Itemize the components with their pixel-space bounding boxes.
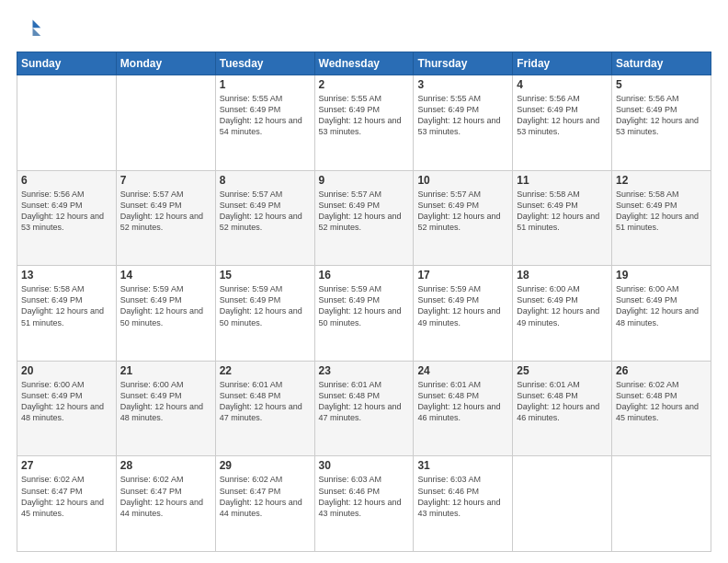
day-number: 27 (21, 459, 112, 472)
cell-info: Sunrise: 5:56 AM Sunset: 6:49 PM Dayligh… (21, 189, 112, 234)
cell-info: Sunrise: 5:56 AM Sunset: 6:49 PM Dayligh… (616, 93, 707, 138)
calendar-cell: 26Sunrise: 6:02 AM Sunset: 6:48 PM Dayli… (612, 361, 711, 456)
calendar-cell: 2Sunrise: 5:55 AM Sunset: 6:49 PM Daylig… (314, 75, 414, 171)
calendar-cell: 11Sunrise: 5:58 AM Sunset: 6:49 PM Dayli… (513, 170, 612, 266)
weekday-header: Friday (513, 52, 612, 75)
weekday-header: Monday (116, 52, 215, 75)
calendar-week-row: 20Sunrise: 6:00 AM Sunset: 6:49 PM Dayli… (17, 361, 711, 456)
day-number: 8 (220, 174, 311, 187)
calendar-week-row: 6Sunrise: 5:56 AM Sunset: 6:49 PM Daylig… (17, 170, 711, 266)
day-number: 10 (417, 174, 508, 187)
calendar-header-row: SundayMondayTuesdayWednesdayThursdayFrid… (17, 52, 711, 75)
calendar-cell: 13Sunrise: 5:58 AM Sunset: 6:49 PM Dayli… (17, 266, 117, 362)
day-number: 24 (417, 364, 508, 377)
cell-info: Sunrise: 5:58 AM Sunset: 6:49 PM Dayligh… (616, 189, 707, 234)
cell-info: Sunrise: 6:00 AM Sunset: 6:49 PM Dayligh… (21, 379, 112, 424)
cell-info: Sunrise: 6:00 AM Sunset: 6:49 PM Dayligh… (120, 379, 211, 424)
calendar-cell: 9Sunrise: 5:57 AM Sunset: 6:49 PM Daylig… (314, 170, 414, 266)
calendar-cell: 8Sunrise: 5:57 AM Sunset: 6:49 PM Daylig… (215, 170, 314, 266)
calendar-cell (612, 456, 711, 552)
calendar-cell: 20Sunrise: 6:00 AM Sunset: 6:49 PM Dayli… (17, 361, 117, 456)
logo (17, 17, 46, 42)
cell-info: Sunrise: 6:02 AM Sunset: 6:47 PM Dayligh… (120, 474, 211, 519)
calendar-cell: 3Sunrise: 5:55 AM Sunset: 6:49 PM Daylig… (414, 75, 513, 171)
day-number: 7 (120, 174, 211, 187)
svg-marker-0 (33, 20, 41, 29)
calendar-cell: 6Sunrise: 5:56 AM Sunset: 6:49 PM Daylig… (17, 170, 117, 266)
calendar-cell: 28Sunrise: 6:02 AM Sunset: 6:47 PM Dayli… (116, 456, 215, 552)
day-number: 2 (319, 78, 410, 91)
cell-info: Sunrise: 6:01 AM Sunset: 6:48 PM Dayligh… (319, 379, 410, 424)
day-number: 26 (616, 364, 707, 377)
calendar-cell: 19Sunrise: 6:00 AM Sunset: 6:49 PM Dayli… (612, 266, 711, 362)
day-number: 23 (319, 364, 410, 377)
day-number: 22 (220, 364, 311, 377)
cell-info: Sunrise: 5:58 AM Sunset: 6:49 PM Dayligh… (21, 283, 112, 328)
weekday-header: Thursday (414, 52, 513, 75)
calendar-cell: 27Sunrise: 6:02 AM Sunset: 6:47 PM Dayli… (17, 456, 117, 552)
cell-info: Sunrise: 6:02 AM Sunset: 6:47 PM Dayligh… (21, 474, 112, 519)
cell-info: Sunrise: 5:57 AM Sunset: 6:49 PM Dayligh… (220, 189, 311, 234)
day-number: 4 (517, 78, 608, 91)
cell-info: Sunrise: 5:59 AM Sunset: 6:49 PM Dayligh… (319, 283, 410, 328)
day-number: 1 (220, 78, 311, 91)
cell-info: Sunrise: 6:00 AM Sunset: 6:49 PM Dayligh… (517, 283, 608, 328)
cell-info: Sunrise: 5:58 AM Sunset: 6:49 PM Dayligh… (517, 189, 608, 234)
cell-info: Sunrise: 5:57 AM Sunset: 6:49 PM Dayligh… (417, 189, 508, 234)
calendar-cell: 24Sunrise: 6:01 AM Sunset: 6:48 PM Dayli… (414, 361, 513, 456)
header (17, 17, 711, 42)
cell-info: Sunrise: 6:02 AM Sunset: 6:47 PM Dayligh… (220, 474, 311, 519)
calendar-table: SundayMondayTuesdayWednesdayThursdayFrid… (17, 52, 711, 552)
day-number: 20 (21, 364, 112, 377)
calendar-week-row: 13Sunrise: 5:58 AM Sunset: 6:49 PM Dayli… (17, 266, 711, 362)
calendar-cell (17, 75, 117, 171)
calendar-cell: 31Sunrise: 6:03 AM Sunset: 6:46 PM Dayli… (414, 456, 513, 552)
day-number: 17 (417, 269, 508, 282)
cell-info: Sunrise: 6:01 AM Sunset: 6:48 PM Dayligh… (220, 379, 311, 424)
day-number: 5 (616, 78, 707, 91)
day-number: 9 (319, 174, 410, 187)
calendar-cell: 25Sunrise: 6:01 AM Sunset: 6:48 PM Dayli… (513, 361, 612, 456)
calendar-week-row: 27Sunrise: 6:02 AM Sunset: 6:47 PM Dayli… (17, 456, 711, 552)
weekday-header: Tuesday (215, 52, 314, 75)
cell-info: Sunrise: 6:01 AM Sunset: 6:48 PM Dayligh… (417, 379, 508, 424)
page: SundayMondayTuesdayWednesdayThursdayFrid… (0, 0, 728, 563)
cell-info: Sunrise: 5:57 AM Sunset: 6:49 PM Dayligh… (120, 189, 211, 234)
day-number: 18 (517, 269, 608, 282)
day-number: 12 (616, 174, 707, 187)
svg-marker-1 (33, 28, 41, 36)
calendar-cell: 17Sunrise: 5:59 AM Sunset: 6:49 PM Dayli… (414, 266, 513, 362)
logo-icon (17, 17, 42, 42)
day-number: 13 (21, 269, 112, 282)
cell-info: Sunrise: 5:59 AM Sunset: 6:49 PM Dayligh… (120, 283, 211, 328)
calendar-cell: 12Sunrise: 5:58 AM Sunset: 6:49 PM Dayli… (612, 170, 711, 266)
calendar-cell: 1Sunrise: 5:55 AM Sunset: 6:49 PM Daylig… (215, 75, 314, 171)
cell-info: Sunrise: 5:56 AM Sunset: 6:49 PM Dayligh… (517, 93, 608, 138)
weekday-header: Wednesday (314, 52, 414, 75)
cell-info: Sunrise: 6:02 AM Sunset: 6:48 PM Dayligh… (616, 379, 707, 424)
calendar-week-row: 1Sunrise: 5:55 AM Sunset: 6:49 PM Daylig… (17, 75, 711, 171)
day-number: 11 (517, 174, 608, 187)
calendar-cell (116, 75, 215, 171)
day-number: 6 (21, 174, 112, 187)
cell-info: Sunrise: 5:57 AM Sunset: 6:49 PM Dayligh… (319, 189, 410, 234)
cell-info: Sunrise: 5:59 AM Sunset: 6:49 PM Dayligh… (220, 283, 311, 328)
day-number: 25 (517, 364, 608, 377)
weekday-header: Saturday (612, 52, 711, 75)
day-number: 15 (220, 269, 311, 282)
calendar-cell: 21Sunrise: 6:00 AM Sunset: 6:49 PM Dayli… (116, 361, 215, 456)
day-number: 29 (220, 459, 311, 472)
cell-info: Sunrise: 5:59 AM Sunset: 6:49 PM Dayligh… (417, 283, 508, 328)
cell-info: Sunrise: 5:55 AM Sunset: 6:49 PM Dayligh… (220, 93, 311, 138)
cell-info: Sunrise: 5:55 AM Sunset: 6:49 PM Dayligh… (417, 93, 508, 138)
calendar-cell: 7Sunrise: 5:57 AM Sunset: 6:49 PM Daylig… (116, 170, 215, 266)
day-number: 30 (319, 459, 410, 472)
calendar-cell: 5Sunrise: 5:56 AM Sunset: 6:49 PM Daylig… (612, 75, 711, 171)
calendar-cell: 23Sunrise: 6:01 AM Sunset: 6:48 PM Dayli… (314, 361, 414, 456)
calendar-cell: 4Sunrise: 5:56 AM Sunset: 6:49 PM Daylig… (513, 75, 612, 171)
day-number: 16 (319, 269, 410, 282)
cell-info: Sunrise: 6:01 AM Sunset: 6:48 PM Dayligh… (517, 379, 608, 424)
day-number: 14 (120, 269, 211, 282)
calendar-cell: 14Sunrise: 5:59 AM Sunset: 6:49 PM Dayli… (116, 266, 215, 362)
day-number: 3 (417, 78, 508, 91)
